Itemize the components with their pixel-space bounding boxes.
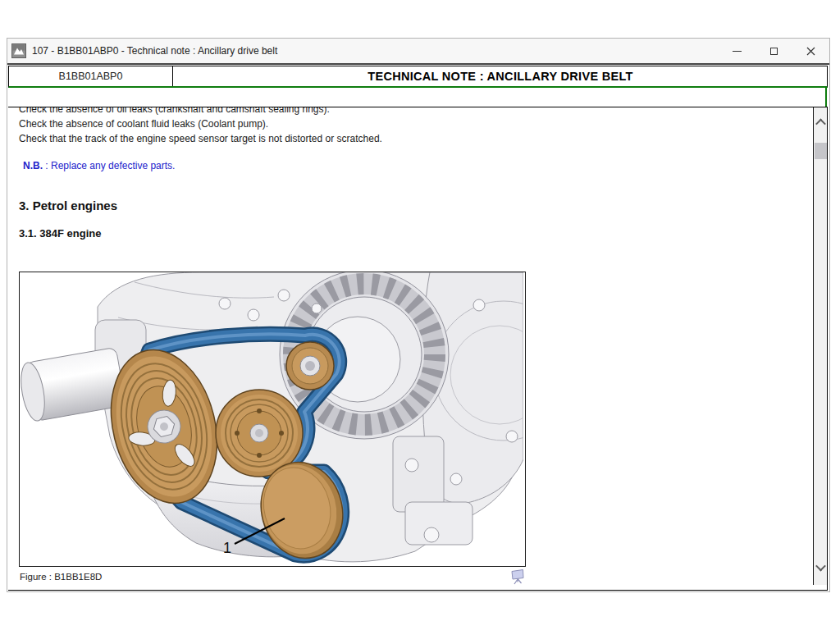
titlebar[interactable]: 107 - B1BB01ABP0 - Technical note : Anci… (7, 39, 829, 65)
document-header: B1BB01ABP0 TECHNICAL NOTE : ANCILLARY DR… (8, 66, 828, 88)
desktop: 107 - B1BB01ABP0 - Technical note : Anci… (0, 0, 840, 630)
engine-belt-figure: 1 (20, 272, 523, 564)
check-line-2: Check the absence of coolant fluid leaks… (19, 118, 268, 130)
check-line-3: Check that the track of the engine speed… (19, 133, 382, 145)
nb-label: N.B. (23, 160, 43, 171)
minimize-button[interactable] (719, 39, 756, 63)
nb-text: : Replace any defective parts. (43, 160, 175, 171)
close-button[interactable] (792, 39, 829, 63)
content-frame: Check the absence of oil leaks (cranksha… (8, 107, 828, 591)
chevron-up-icon (815, 118, 826, 129)
presentation-screen-icon[interactable] (510, 568, 525, 585)
scroll-up-button[interactable] (814, 116, 827, 129)
image-thumbnail-icon (11, 43, 26, 58)
figure-frame: 1 (19, 272, 526, 567)
window-title: 107 - B1BB01ABP0 - Technical note : Anci… (32, 39, 277, 63)
header-accent-bar (825, 87, 827, 108)
minimize-icon (733, 51, 742, 52)
alternator-pulley (286, 342, 334, 390)
section-heading: 3. Petrol engines (19, 199, 117, 212)
technical-note-window: 107 - B1BB01ABP0 - Technical note : Anci… (7, 38, 830, 592)
document-content: Check the absence of oil leaks (cranksha… (8, 107, 813, 590)
maximize-button[interactable] (756, 39, 792, 63)
check-line-1: Check the absence of oil leaks (cranksha… (19, 107, 330, 116)
close-icon (806, 47, 815, 56)
chevron-down-icon (815, 560, 826, 571)
sub-heading: 3.1. 384F engine (19, 227, 101, 240)
callout-label: 1 (223, 540, 231, 556)
nota-bene: N.B. : Replace any defective parts. (23, 160, 175, 171)
scrollbar-thumb[interactable] (815, 143, 827, 159)
maximize-icon (770, 48, 778, 55)
figure-caption: Figure : B1BB1E8D (20, 572, 102, 582)
window-controls (719, 39, 829, 63)
document-title: TECHNICAL NOTE : ANCILLARY DRIVE BELT (174, 66, 827, 86)
vertical-scrollbar[interactable] (813, 107, 827, 585)
scroll-down-button[interactable] (814, 560, 827, 573)
document-code: B1BB01ABP0 (9, 66, 173, 86)
